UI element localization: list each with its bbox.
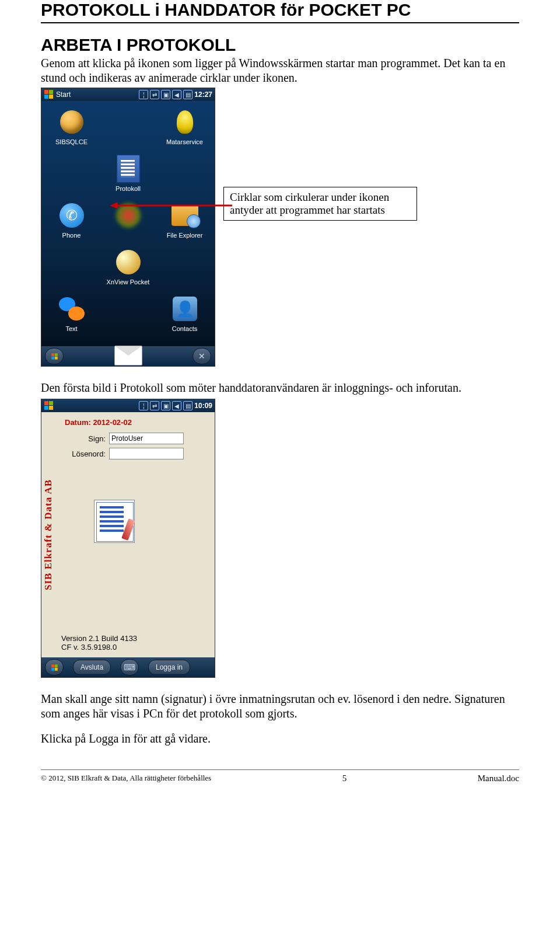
signal-icon: ¦ (139, 401, 148, 410)
page-number: 5 (211, 774, 478, 783)
app-sibsqlce[interactable]: SIBSQLCE (45, 107, 98, 145)
app-phone[interactable]: ✆Phone (45, 200, 98, 239)
volume-icon: ◀ (172, 401, 181, 410)
app-email[interactable]: E-mail (102, 340, 155, 379)
battery-icon: ▣ (161, 401, 170, 410)
svg-marker-1 (110, 202, 118, 209)
quit-button[interactable]: Avsluta (73, 660, 111, 675)
login-button[interactable]: Logga in (148, 660, 190, 675)
soft-start-icon[interactable] (45, 659, 64, 675)
copyright: © 2012, SIB Elkraft & Data, Alla rättigh… (41, 774, 211, 783)
sign-label: Sign: (65, 434, 109, 443)
callout-box: Cirklar som cirkulerar under ikonen anty… (223, 187, 417, 221)
callout-arrow (110, 200, 238, 211)
file-name: Manual.doc (478, 774, 519, 783)
signal-icon: ¦ (139, 90, 148, 99)
network-icon: ▤ (183, 90, 192, 99)
start-label[interactable]: Start (56, 90, 71, 99)
section-heading: ARBETA I PROTOKOLL (41, 35, 519, 55)
version-line-2: CF v. 3.5.9198.0 (61, 643, 137, 652)
password-input[interactable] (109, 448, 184, 459)
screenshot-login: ¦ ⇄ ▣ ◀ ▤ 10:09 SIB Elkraft & Data AB Da… (41, 399, 215, 678)
sync-icon: ⇄ (150, 90, 159, 99)
battery-icon: ▣ (161, 90, 170, 99)
version-line-1: Version 2.1 Build 4133 (61, 634, 137, 643)
paragraph-2: Den första bild i Protokoll som möter ha… (41, 381, 519, 395)
side-brand: SIB Elkraft & Data AB (43, 418, 53, 652)
rule (41, 22, 519, 23)
protokoll-app-icon (94, 500, 135, 543)
windows-icon (44, 90, 54, 100)
paragraph-3: Man skall ange sitt namn (signatur) i öv… (41, 692, 519, 721)
sign-input[interactable] (109, 433, 184, 444)
page-footer: © 2012, SIB Elkraft & Data, Alla rättigh… (41, 769, 519, 783)
sync-icon: ⇄ (150, 401, 159, 410)
clock: 12:27 (194, 90, 212, 99)
app-xnview[interactable]: XnView Pocket (102, 247, 155, 285)
doc-title: PROTOKOLL i HANDDATOR för POCKET PC (41, 0, 519, 20)
password-label: Lösenord: (65, 450, 109, 458)
windows-icon (44, 401, 54, 411)
screenshot-home: Start ¦ ⇄ ▣ ◀ ▤ 12:27 SIBSQLCE Matarserv… (41, 88, 215, 367)
keyboard-icon[interactable]: ⌨ (120, 659, 139, 675)
app-protokoll[interactable]: Protokoll (102, 154, 155, 192)
date-label: Datum: 2012-02-02 (65, 418, 209, 427)
intro-paragraph: Genom att klicka på ikonen som ligger på… (41, 56, 519, 85)
paragraph-4: Klicka på Logga in för att gå vidare. (41, 731, 519, 746)
app-text[interactable]: Text (45, 294, 98, 332)
app-contacts[interactable]: 👤Contacts (158, 294, 211, 332)
volume-icon: ◀ (172, 90, 181, 99)
app-matarservice[interactable]: Matarservice (158, 107, 211, 145)
network-icon: ▤ (183, 401, 192, 410)
clock: 10:09 (194, 402, 212, 410)
